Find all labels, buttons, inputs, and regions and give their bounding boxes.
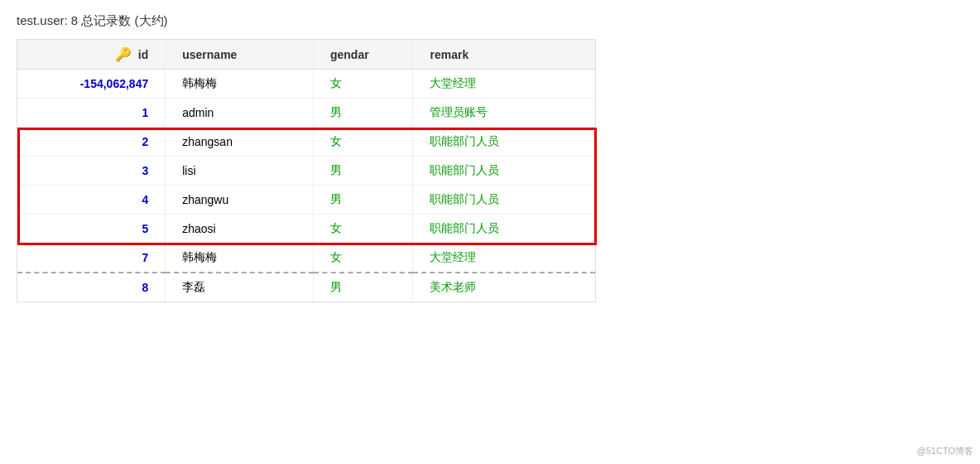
cell-id: 5 xyxy=(17,215,166,244)
cell-gendar: 女 xyxy=(313,215,413,244)
cell-username: 李磊 xyxy=(166,273,314,302)
table-row: 8李磊男美术老师 xyxy=(17,273,595,302)
cell-username: zhangsan xyxy=(166,128,314,157)
table-row: 2zhangsan女职能部门人员 xyxy=(17,128,595,157)
col-header-id: 🔑 id xyxy=(17,40,166,70)
table-row: 3lisi男职能部门人员 xyxy=(17,157,595,186)
data-table-wrapper: 🔑 id username gendar remark -154,062,847… xyxy=(17,39,596,302)
cell-remark: 美术老师 xyxy=(413,273,595,302)
table-row: 1admin男管理员账号 xyxy=(17,99,595,128)
cell-gendar: 男 xyxy=(313,157,413,186)
page-title: test.user: 8 总记录数 (大约) xyxy=(17,13,963,29)
cell-gendar: 女 xyxy=(313,128,413,157)
cell-remark: 大堂经理 xyxy=(413,70,595,99)
cell-remark: 职能部门人员 xyxy=(413,186,595,215)
cell-id: 1 xyxy=(17,99,166,128)
cell-id: -154,062,847 xyxy=(17,70,166,99)
cell-username: zhaosi xyxy=(166,215,314,244)
cell-gendar: 男 xyxy=(313,186,413,215)
cell-id: 4 xyxy=(17,186,166,215)
cell-remark: 职能部门人员 xyxy=(413,157,595,186)
watermark: @51CTO博客 xyxy=(917,445,973,457)
data-table: 🔑 id username gendar remark -154,062,847… xyxy=(17,40,595,302)
cell-username: admin xyxy=(166,99,314,128)
table-row: 7韩梅梅女大堂经理 xyxy=(17,244,595,273)
table-row: 5zhaosi女职能部门人员 xyxy=(17,215,595,244)
cell-gendar: 男 xyxy=(313,99,413,128)
col-header-username: username xyxy=(166,40,314,70)
cell-id: 3 xyxy=(17,157,166,186)
cell-username: zhangwu xyxy=(166,186,314,215)
key-icon: 🔑 xyxy=(115,46,132,62)
cell-gendar: 男 xyxy=(313,273,413,302)
cell-username: 韩梅梅 xyxy=(166,244,314,273)
cell-id: 8 xyxy=(17,273,166,302)
cell-id: 7 xyxy=(17,244,166,273)
table-row: -154,062,847韩梅梅女大堂经理 xyxy=(17,70,595,99)
col-header-gendar: gendar xyxy=(313,40,413,70)
cell-id: 2 xyxy=(17,128,166,157)
cell-gendar: 女 xyxy=(313,244,413,273)
cell-remark: 大堂经理 xyxy=(413,244,595,273)
cell-gendar: 女 xyxy=(313,70,413,99)
cell-remark: 职能部门人员 xyxy=(413,128,595,157)
col-header-remark: remark xyxy=(413,40,595,70)
table-row: 4zhangwu男职能部门人员 xyxy=(17,186,595,215)
cell-username: 韩梅梅 xyxy=(166,70,314,99)
cell-username: lisi xyxy=(166,157,314,186)
cell-remark: 职能部门人员 xyxy=(413,215,595,244)
table-header-row: 🔑 id username gendar remark xyxy=(17,40,595,70)
cell-remark: 管理员账号 xyxy=(413,99,595,128)
